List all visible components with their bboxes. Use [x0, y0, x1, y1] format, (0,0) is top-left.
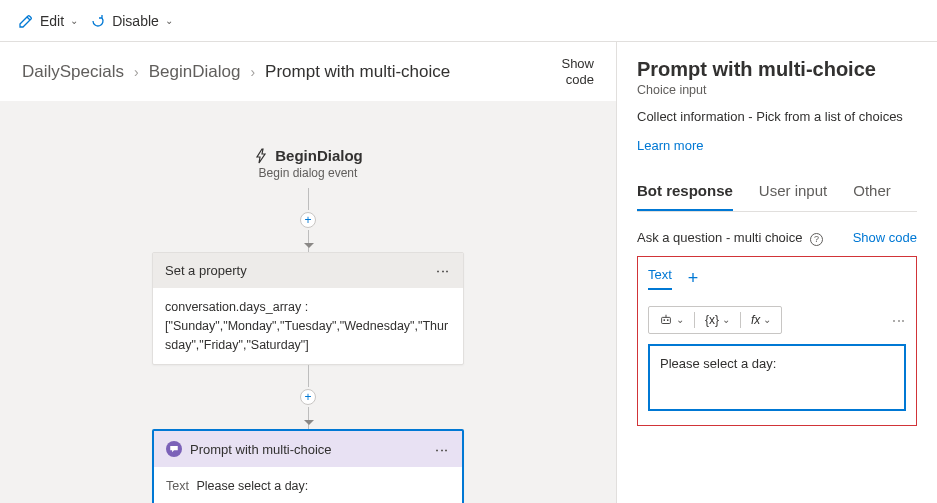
- help-icon[interactable]: ?: [810, 233, 823, 246]
- edge: [308, 365, 309, 387]
- tab-other[interactable]: Other: [853, 182, 891, 211]
- more-icon[interactable]: ⋮: [435, 444, 450, 455]
- breadcrumb-mid[interactable]: BeginDialog: [149, 62, 241, 82]
- variable-button[interactable]: {x} ⌄: [699, 311, 736, 329]
- function-label: fx: [751, 313, 760, 327]
- trigger-node[interactable]: BeginDialog Begin dialog event: [253, 147, 363, 180]
- svg-point-1: [663, 319, 665, 321]
- add-action-button[interactable]: +: [300, 212, 316, 228]
- node-body: conversation.days_array : ["Sunday","Mon…: [153, 288, 463, 364]
- prompt-icon: [166, 441, 182, 457]
- chevron-down-icon: ⌄: [165, 15, 173, 26]
- svg-rect-0: [662, 317, 671, 323]
- section-label: Ask a question - multi choice: [637, 230, 802, 245]
- chevron-down-icon: ⌄: [70, 15, 78, 26]
- edge: [308, 188, 309, 210]
- node-text-label: Text: [166, 479, 189, 493]
- breadcrumb-root[interactable]: DailySpecials: [22, 62, 124, 82]
- variable-label: {x}: [705, 313, 719, 327]
- highlight-frame: Text + ⌄ {x} ⌄ fx: [637, 256, 917, 426]
- svg-point-2: [667, 319, 669, 321]
- chevron-right-icon: ›: [134, 64, 139, 80]
- chevron-right-icon: ›: [250, 64, 255, 80]
- disable-label: Disable: [112, 13, 159, 29]
- chevron-down-icon: ⌄: [676, 314, 684, 325]
- trigger-title: BeginDialog: [275, 147, 363, 164]
- more-icon[interactable]: ⋮: [892, 315, 906, 325]
- prompt-multichoice-node[interactable]: Prompt with multi-choice ⋮ Text Please s…: [152, 429, 464, 503]
- edit-button[interactable]: Edit ⌄: [18, 13, 78, 29]
- breadcrumb-leaf: Prompt with multi-choice: [265, 62, 450, 82]
- bot-icon: [659, 313, 673, 327]
- tab-bot-response[interactable]: Bot response: [637, 182, 733, 211]
- node-text-value: Please select a day:: [196, 479, 308, 493]
- response-text-input[interactable]: Please select a day:: [648, 344, 906, 411]
- show-code-link[interactable]: Show code: [853, 230, 917, 245]
- trigger-subtitle: Begin dialog event: [259, 166, 358, 180]
- sub-tab-text[interactable]: Text: [648, 267, 672, 290]
- chevron-down-icon: ⌄: [763, 314, 771, 325]
- breadcrumb: DailySpecials › BeginDialog › Prompt wit…: [22, 62, 450, 82]
- bot-icon-button[interactable]: ⌄: [653, 311, 690, 329]
- edit-icon: [18, 13, 34, 29]
- chevron-down-icon: ⌄: [722, 314, 730, 325]
- tab-user-input[interactable]: User input: [759, 182, 827, 211]
- disable-button[interactable]: Disable ⌄: [90, 13, 173, 29]
- learn-more-link[interactable]: Learn more: [637, 138, 703, 153]
- refresh-icon: [90, 13, 106, 29]
- add-action-button[interactable]: +: [300, 389, 316, 405]
- more-icon[interactable]: ⋮: [436, 265, 451, 276]
- set-property-node[interactable]: Set a property ⋮ conversation.days_array…: [152, 252, 464, 365]
- add-response-button[interactable]: +: [688, 268, 699, 289]
- props-title: Prompt with multi-choice: [637, 58, 917, 81]
- node-title: Set a property: [165, 263, 247, 278]
- function-button[interactable]: fx ⌄: [745, 311, 777, 329]
- edit-label: Edit: [40, 13, 64, 29]
- props-type: Choice input: [637, 83, 917, 97]
- show-code-button[interactable]: Show code: [561, 56, 594, 87]
- edge: [308, 407, 309, 429]
- props-desc: Collect information - Pick from a list o…: [637, 109, 917, 124]
- edge: [308, 230, 309, 252]
- lightning-icon: [253, 148, 269, 164]
- node-title: Prompt with multi-choice: [190, 442, 332, 457]
